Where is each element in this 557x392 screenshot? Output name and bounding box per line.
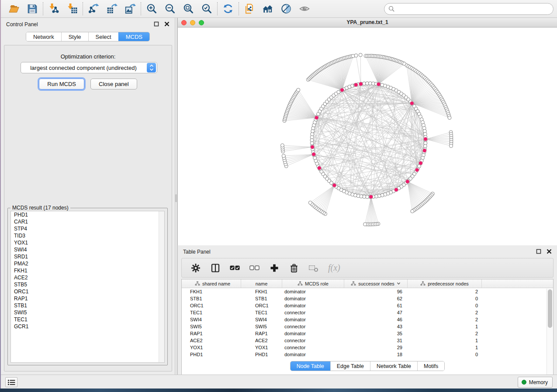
graph-hub-node[interactable] xyxy=(377,83,381,86)
table-cell[interactable]: 61 xyxy=(344,303,408,308)
graph-hub-node[interactable] xyxy=(311,145,315,149)
show-columns-icon[interactable] xyxy=(210,263,221,273)
table-cell[interactable]: 2 xyxy=(408,310,482,315)
mcds-result-item[interactable]: ACE2 xyxy=(11,274,164,281)
table-row[interactable]: TEC1TEC1connector472 xyxy=(182,309,553,316)
table-cell[interactable]: 47 xyxy=(344,310,408,315)
table-cell[interactable]: 96 xyxy=(344,289,408,294)
tab-network[interactable]: Network xyxy=(26,32,61,41)
table-cell[interactable]: STB1 xyxy=(241,296,282,301)
graph-node[interactable] xyxy=(359,53,362,57)
window-minimize-icon[interactable] xyxy=(190,20,195,25)
table-cell[interactable]: 1 xyxy=(408,324,482,329)
graph-hub-node[interactable] xyxy=(410,101,414,105)
export-table-icon[interactable] xyxy=(105,2,119,15)
graph-node[interactable] xyxy=(363,223,367,226)
table-cell[interactable]: 62 xyxy=(344,296,408,301)
mcds-result-item[interactable]: SWI5 xyxy=(11,309,164,316)
add-column-icon[interactable] xyxy=(269,263,280,273)
mcds-result-item[interactable]: CAR1 xyxy=(11,218,164,225)
table-row[interactable]: SWI5SWI5connector431 xyxy=(182,323,553,330)
network-titlebar[interactable]: YPA_prune.txt_1 xyxy=(178,18,557,28)
table-cell[interactable]: TEC1 xyxy=(184,310,241,315)
table-cell[interactable]: YOX1 xyxy=(241,345,282,350)
table-cell[interactable]: STB1 xyxy=(184,296,241,301)
table-cell[interactable]: dominator xyxy=(282,296,344,301)
table-cell[interactable]: RAP1 xyxy=(184,331,241,336)
memory-button[interactable]: Memory xyxy=(518,377,553,388)
table-cell[interactable]: 35 xyxy=(344,331,408,336)
graph-hub-node[interactable] xyxy=(359,82,363,86)
table-row[interactable]: STB1STB1dominator620 xyxy=(182,295,553,302)
table-cell[interactable]: ACE2 xyxy=(184,338,241,343)
graph-hub-node[interactable] xyxy=(419,161,423,165)
table-row[interactable]: SWI4SWI4dominator462 xyxy=(182,316,553,323)
table-cell[interactable]: 31 xyxy=(344,338,408,343)
delete-column-trash-icon[interactable] xyxy=(289,263,299,273)
import-table-icon[interactable] xyxy=(65,2,79,15)
mcds-result-item[interactable]: SWI4 xyxy=(11,246,164,253)
result-list-scrollbar[interactable] xyxy=(159,211,164,362)
close-panel-icon[interactable] xyxy=(164,21,170,27)
table-cell[interactable]: PHD1 xyxy=(184,352,241,357)
splitter-grip[interactable] xyxy=(175,194,177,202)
graph-node[interactable] xyxy=(411,210,414,213)
table-cell[interactable]: dominator xyxy=(282,352,344,357)
graph-hub-node[interactable] xyxy=(369,195,373,199)
table-cell[interactable]: connector xyxy=(282,310,344,315)
table-cell[interactable]: 2 xyxy=(408,331,482,336)
graph-hub-node[interactable] xyxy=(405,180,409,184)
graph-node[interactable] xyxy=(308,201,312,204)
clear-checkboxes-icon[interactable] xyxy=(249,263,260,273)
table-scrollbar[interactable] xyxy=(547,289,553,387)
graph-hub-node[interactable] xyxy=(415,168,419,172)
table-cell[interactable]: connector xyxy=(282,338,344,343)
graph-hub-node[interactable] xyxy=(315,116,318,120)
table-cell[interactable]: SWI5 xyxy=(241,324,282,329)
table-cell[interactable]: FKH1 xyxy=(241,289,282,294)
zoom-selected-icon[interactable] xyxy=(200,2,214,15)
float-panel-icon[interactable] xyxy=(536,249,541,254)
mcds-result-item[interactable]: FKH1 xyxy=(11,267,164,274)
tab-node-table[interactable]: Node Table xyxy=(291,361,330,371)
graph-hub-node[interactable] xyxy=(312,152,316,156)
tab-mcds[interactable]: MCDS xyxy=(118,32,149,41)
refresh-layout-icon[interactable] xyxy=(221,2,235,15)
table-row[interactable]: YOX1YOX1connector291 xyxy=(182,344,553,351)
table-cell[interactable]: dominator xyxy=(282,331,344,336)
export-network-icon[interactable] xyxy=(86,2,100,15)
table-row[interactable]: ORC1ORC1dominator610 xyxy=(182,302,553,309)
table-cell[interactable]: dominator xyxy=(282,289,344,294)
mcds-result-item[interactable]: TEC1 xyxy=(11,316,164,323)
table-cell[interactable]: 43 xyxy=(344,324,408,329)
table-cell[interactable]: FKH1 xyxy=(184,289,241,294)
import-network-icon[interactable] xyxy=(47,2,61,15)
save-session-icon[interactable] xyxy=(25,2,39,15)
show-graphics-eye-icon[interactable] xyxy=(298,2,311,15)
table-cell[interactable]: TEC1 xyxy=(241,310,282,315)
tab-style[interactable]: Style xyxy=(61,32,88,41)
mcds-result-item[interactable]: GCR1 xyxy=(11,323,164,330)
table-row[interactable]: FKH1FKH1dominator962 xyxy=(182,288,553,295)
graph-hub-node[interactable] xyxy=(318,166,322,170)
table-cell[interactable]: 0 xyxy=(408,352,482,357)
table-cell[interactable]: dominator xyxy=(282,303,344,308)
graph-hub-node[interactable] xyxy=(332,183,336,187)
table-cell[interactable]: 1 xyxy=(408,338,482,343)
graph-node[interactable] xyxy=(450,144,453,148)
graph-node[interactable] xyxy=(448,116,451,120)
mcds-result-item[interactable]: PHD1 xyxy=(11,211,164,218)
select-all-checkboxes-icon[interactable] xyxy=(230,263,240,273)
optimization-criterion-select[interactable]: largest connected component (undirected) xyxy=(21,62,157,73)
tab-motifs[interactable]: Motifs xyxy=(417,361,444,371)
graph-node[interactable] xyxy=(280,144,284,147)
graph-node[interactable] xyxy=(282,154,285,158)
close-panel-icon[interactable] xyxy=(547,249,552,254)
table-row[interactable]: ACE2ACE2connector311 xyxy=(182,337,553,344)
table-cell[interactable]: SWI4 xyxy=(184,317,241,322)
column-header-predecessor-nodes[interactable]: predecessor nodes xyxy=(408,279,482,288)
graph-hub-node[interactable] xyxy=(394,188,398,192)
hide-style-icon[interactable] xyxy=(279,2,293,15)
mcds-result-item[interactable]: STP4 xyxy=(11,225,164,232)
mcds-result-item[interactable]: PMA2 xyxy=(11,260,164,267)
